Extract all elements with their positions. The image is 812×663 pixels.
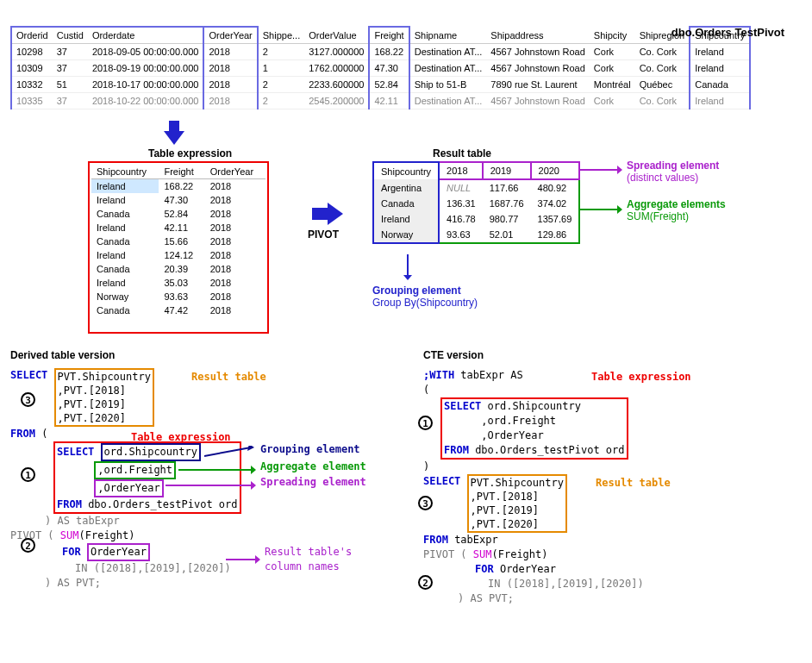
te-cell: 2018 [205,276,265,290]
step-1-badge: 1 [21,467,35,482]
source-cell: 2018-10-22 00:00:00.000 [88,93,204,109]
te-cell: Canada [91,262,159,276]
source-cell: Québec [635,77,690,93]
svg-marker-5 [617,166,622,174]
svg-marker-9 [403,275,412,280]
as-tabexpr: ) AS tabExpr [45,515,120,527]
source-cell: Destination AT... [409,93,487,109]
source-cell: 51 [53,77,88,93]
te-cell: 2018 [205,303,265,317]
te-cell: 2018 [205,235,265,248]
in-clause: IN ([2018],[2019],[2020]) [75,562,231,574]
source-cell: 2018 [203,77,257,93]
te-row: Canada15.662018 [91,235,265,248]
svg-marker-3 [328,203,343,225]
source-cell: 2018-10-17 00:00:00.000 [88,77,204,93]
source-cell: Destination AT... [409,60,487,77]
cte-from2: FROM [423,534,448,546]
source-cell: 37 [53,44,88,60]
source-cell: 42.11 [369,93,409,109]
res-row: Canada136.311687.76374.02 [373,196,579,211]
aggregate-callout: Aggregate elementsSUM(Freight) [627,198,726,222]
res-cell: 136.31 [439,196,483,211]
source-cell: 2 [258,93,304,109]
cte-step-1-badge: 1 [418,416,433,430]
source-cell: 168.22 [369,44,409,60]
col-header: Shipcity [590,27,635,44]
source-cell: 10332 [11,77,53,93]
source-cell: 52.84 [369,77,409,93]
svg-marker-15 [251,481,256,490]
res-cell: Ireland [373,211,439,227]
col-header: Freight [369,27,409,44]
res-cell: Norway [373,227,439,243]
inner-shipcountry: ord.Shipcountry [101,443,201,461]
cte-result-label: Result table [596,476,671,491]
te-cell: 47.30 [159,193,204,207]
spreading-el-label: Spreading element [260,475,366,490]
te-cell: 20.39 [159,262,204,276]
te-cell: Ireland [91,248,159,262]
source-cell: Co. Cork [635,44,690,60]
source-cell: 47.30 [369,60,409,77]
res-head-group: Shipcountry [373,162,439,179]
table-expression-box: Shipcountry Freight OrderYear Ireland168… [88,161,269,334]
source-cell: 7890 rue St. Laurent [486,77,589,93]
arrow-to-aggregate [178,465,256,475]
cte-select-cols: PVT.Shipcountry ,PVT.[2018] ,PVT.[2019] … [467,474,567,533]
te-cell: Canada [91,207,159,221]
svg-marker-13 [251,466,256,474]
te-row: Canada52.842018 [91,207,265,221]
te-cell: 93.63 [159,290,204,303]
svg-line-10 [204,447,251,456]
source-cell: 1 [258,60,304,77]
source-grid: Orderid Custid Orderdate OrderYear Shipp… [10,26,751,109]
source-cell: Canada [690,77,750,93]
te-cell: 52.84 [159,207,204,221]
source-cell: Montréal [590,77,635,93]
orange-result-label: Result table [191,370,266,385]
source-cell: Destination AT... [409,44,487,60]
sql-derived: SELECT PVT.Shipcountry ,PVT.[2018] ,PVT.… [10,368,389,591]
te-head: Freight [159,165,204,179]
inner-freight: ,ord.Freight [94,461,176,479]
res-cell: 93.63 [439,227,483,243]
source-cell: 1762.000000 [304,60,369,77]
source-cell: 10335 [11,93,53,109]
source-cell: Ireland [690,93,750,109]
source-cell: 2018 [203,44,257,60]
source-row: 10298372018-09-05 00:00:00.000201823127.… [11,44,750,60]
res-cell: 980.77 [483,211,531,227]
kw-with: ;WITH [423,369,454,381]
result-table-box: Shipcountry 2018 2019 2020 ArgentinaNULL… [372,161,580,244]
res-row: Ireland416.78980.771357.69 [373,211,579,227]
te-row: Ireland47.302018 [91,193,265,207]
res-cell: 117.66 [483,179,531,196]
te-cell: 2018 [205,193,265,207]
kw-from: FROM [10,428,35,440]
te-row: Ireland42.112018 [91,221,265,235]
svg-marker-7 [617,205,622,214]
res-row: ArgentinaNULL117.66480.92 [373,179,579,196]
source-cell: Ireland [690,44,750,60]
source-cell: 2018 [203,93,257,109]
derived-select-cols: PVT.Shipcountry ,PVT.[2018] ,PVT.[2019] … [54,368,154,427]
col-header: OrderYear [203,27,257,44]
res-cell: 416.78 [439,211,483,227]
te-cell: 15.66 [159,235,204,248]
source-cell: 2018-09-19 00:00:00.000 [88,60,204,77]
step-3-badge: 3 [21,392,35,407]
source-cell: 10309 [11,60,53,77]
te-cell: 2018 [205,221,265,235]
source-cell: Ship to 51-B [409,77,487,93]
te-cell: Ireland [91,193,159,207]
svg-marker-1 [164,131,184,145]
te-head: Shipcountry [91,165,159,179]
te-cell: 42.11 [159,221,204,235]
arrow-spreading-icon [579,165,622,175]
te-cell: 2018 [205,179,265,194]
te-cell: 2018 [205,248,265,262]
res-cell: 52.01 [483,227,531,243]
source-cell: Ireland [690,60,750,77]
arrow-down-icon [161,121,187,147]
